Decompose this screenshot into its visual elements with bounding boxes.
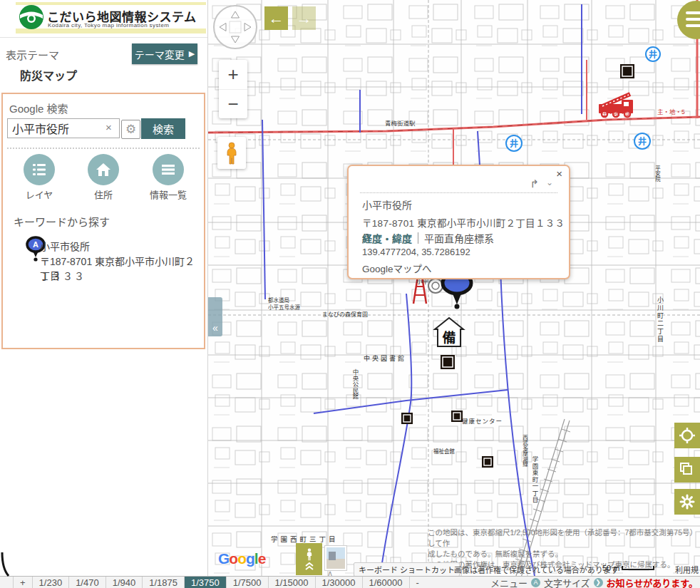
google-map-footer: キーボード ショートカット 画像は著作権で保護されている場合があります 50 m…	[208, 560, 700, 576]
zoom-out-button[interactable]: −	[219, 89, 247, 119]
map-label: 青梅街道駅	[385, 120, 416, 127]
map-label: まなびの森保育園	[322, 311, 368, 318]
theme-change-button[interactable]: テーマ変更 ▶	[132, 43, 197, 64]
map-label: 平安院	[654, 165, 661, 182]
zoom-out-scale-button[interactable]: -	[409, 577, 426, 588]
search-input[interactable]	[7, 118, 120, 138]
scale-bar	[622, 566, 654, 570]
marker-letter: A	[33, 240, 38, 249]
directions-icon[interactable]: ↱	[530, 177, 539, 190]
stockpile-char: 備	[442, 330, 455, 346]
notice-link[interactable]: お知らせがあります。	[607, 576, 698, 588]
search-result-address-2: １３３３	[40, 269, 86, 283]
map-label: 小川町二丁目	[657, 296, 664, 344]
map-label: 都水道局	[268, 296, 289, 304]
scale-option[interactable]: 1/15000	[268, 577, 315, 588]
scale-option[interactable]: 1/7500	[226, 577, 268, 588]
app-subtitle: Kodaira city, Tokyo map information syst…	[48, 22, 169, 29]
font-size-link[interactable]: 文字サイズ	[544, 576, 590, 588]
forward-arrow-icon: →	[297, 9, 312, 28]
info-list-button[interactable]	[153, 154, 184, 185]
current-theme: 防災マップ	[20, 66, 77, 83]
map-layers-button[interactable]	[674, 457, 700, 483]
zoom-control: + −	[219, 60, 247, 118]
feature-popup: × ↱ ⌄ 小平市役所 〒187-8701 東京都小平市小川町２丁目１３３３ 経…	[347, 165, 570, 279]
zoom-in-scale-button[interactable]: +	[13, 577, 32, 588]
pegman-small-icon	[304, 548, 314, 561]
keyword-section-header: キーワードから探す	[14, 214, 110, 229]
map-label: 学園西町三丁目	[271, 535, 339, 543]
history-forward-button[interactable]: →	[292, 6, 316, 30]
map-label: 小平五号水源	[268, 304, 300, 311]
search-settings-button[interactable]: ⚙	[121, 120, 140, 139]
map-label: 主・地・5	[657, 108, 685, 115]
map-canvas[interactable]: 井 井 井	[208, 0, 700, 576]
keyboard-shortcuts-button[interactable]: キーボード ショートカット	[354, 562, 460, 576]
clear-search-icon[interactable]: ×	[105, 121, 112, 133]
locate-button[interactable]	[674, 423, 700, 448]
pegman-button[interactable]	[217, 137, 246, 169]
scale-option[interactable]: 1/60000	[362, 577, 409, 588]
chevron-down-icon[interactable]: ⌄	[546, 177, 553, 187]
map-label: 福祉会館	[433, 448, 455, 455]
map-settings-button[interactable]	[674, 489, 700, 515]
terms-link[interactable]: 利用規約	[675, 564, 700, 576]
info-list-label: 情報一覧	[140, 187, 197, 201]
collapse-left-icon: «	[212, 322, 218, 334]
layers-list-icon	[31, 161, 48, 178]
font-size-icon: A	[531, 578, 540, 587]
map-label: 西武多摩湖線	[522, 435, 528, 468]
pan-compass-control[interactable]	[212, 4, 259, 51]
collapse-panel-button[interactable]: «	[208, 297, 222, 336]
history-back-button[interactable]: ←	[264, 6, 288, 30]
app-header: こだいら地図情報システム Kodaira city, Tokyo map inf…	[0, 0, 207, 38]
corner-mark	[0, 552, 10, 577]
gear-icon: ⚙	[125, 122, 136, 137]
scale-option[interactable]: 1/1875	[142, 577, 184, 588]
address-button[interactable]	[88, 154, 119, 185]
divider	[360, 192, 557, 193]
tab-plane-coords[interactable]: 平面直角座標系	[424, 231, 494, 245]
coordinate-tabs: 経度・緯度 平面直角座標系	[362, 231, 494, 245]
statusbar-right: メニュー A 文字サイズ ❯ お知らせがあります。	[490, 577, 698, 588]
menu-link[interactable]: メニュー	[490, 576, 527, 588]
popup-place-name: 小平市役所	[362, 197, 412, 212]
well-icon: 井	[638, 136, 647, 147]
zoom-in-button[interactable]: +	[219, 60, 247, 89]
crosshair-icon	[679, 427, 696, 444]
theme-label: 表示テーマ	[6, 47, 59, 62]
tab-lat-lon[interactable]: 経度・緯度	[362, 231, 412, 245]
home-icon	[95, 161, 112, 178]
scale-option[interactable]: 1/30000	[315, 577, 362, 588]
scale-option[interactable]: 1/940	[105, 577, 143, 588]
address-label: 住所	[75, 187, 132, 201]
arrow-right-icon: ▶	[189, 49, 195, 58]
well-icon: 井	[510, 138, 518, 149]
divider	[418, 232, 418, 244]
divider	[7, 148, 200, 149]
attribution-line: 成したものである。無断複製を禁ずる。	[428, 549, 699, 559]
search-result-name[interactable]: 小平市役所	[40, 239, 90, 253]
theme-change-label: テーマ変更	[135, 47, 185, 61]
attribution-line: この地図は、東京都縮尺1/2,500地形図を使用（承認番号：7都市基交測第75号…	[428, 527, 699, 549]
layers-button[interactable]	[24, 154, 55, 185]
scale-option-selected[interactable]: 1/3750	[184, 577, 226, 588]
gear-icon	[679, 493, 696, 510]
scale-option[interactable]: 1/470	[68, 577, 105, 588]
well-icon: 井	[649, 49, 657, 60]
close-icon[interactable]: ×	[556, 167, 562, 180]
map-label: 中央図書館	[364, 354, 406, 362]
search-panel: Google 検索 × ⚙ 検索 レイヤ	[1, 93, 205, 349]
popup-coordinates: 139.4777204, 35.7286192	[362, 247, 470, 257]
circle-symbol	[428, 279, 443, 293]
pegman-icon	[224, 142, 240, 165]
map-label: 学園東町一丁目	[531, 455, 538, 503]
search-button[interactable]: 検索	[141, 118, 185, 139]
city-logo-icon	[17, 3, 46, 31]
scale-option[interactable]: 1/230	[32, 577, 69, 588]
stacked-layers-icon	[679, 461, 696, 478]
map-label: 健康センター	[462, 418, 503, 425]
image-copyright-note: 画像は著作権で保護されている場合があります	[454, 564, 619, 575]
google-maps-link[interactable]: Googleマップへ	[362, 261, 432, 275]
back-arrow-icon: ←	[269, 9, 284, 28]
